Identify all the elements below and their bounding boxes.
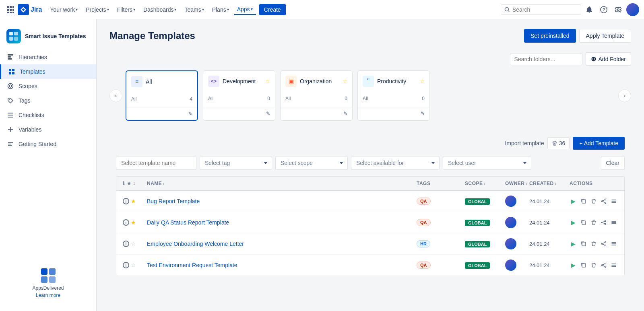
nav-filters[interactable]: Filters ▾ (114, 5, 138, 14)
svg-point-55 (602, 243, 603, 245)
folder-edit-button[interactable]: ✎ (343, 111, 347, 116)
folder-search-input[interactable] (510, 53, 582, 65)
clear-filters-button[interactable]: Clear (601, 156, 625, 170)
nav-projects[interactable]: Projects ▾ (83, 5, 112, 14)
search-box[interactable] (501, 4, 581, 15)
copy-button[interactable] (580, 239, 587, 249)
folder-prev-button[interactable]: ‹ (109, 89, 122, 102)
play-button[interactable]: ▶ (570, 196, 577, 206)
add-folder-button[interactable]: ⊕ Add Folder (586, 52, 631, 66)
footer-brand-text: AppsDelivered (32, 285, 64, 291)
folder-card-organization[interactable]: ▣ Organization ☆ All 0 ✎ (280, 70, 353, 121)
grid-icon[interactable] (5, 4, 16, 15)
delete-button[interactable] (590, 196, 597, 206)
col-header-name[interactable]: Name ↕ (147, 181, 417, 186)
nav-dashboards[interactable]: Dashboards ▾ (140, 5, 180, 14)
info-icon[interactable]: i (123, 241, 129, 247)
copy-button[interactable] (580, 196, 587, 206)
tag-cell: QA (417, 262, 465, 269)
template-name-link[interactable]: Employee Onboarding Welcome Letter (147, 241, 417, 247)
menu-button[interactable] (610, 239, 618, 249)
filter-available-select[interactable]: Select available for (351, 156, 440, 170)
search-input[interactable] (512, 6, 569, 13)
svg-rect-9 (18, 4, 29, 15)
share-button[interactable] (600, 218, 608, 227)
play-button[interactable]: ▶ (570, 239, 577, 249)
col-header-owner[interactable]: Owner ↕ (505, 181, 529, 186)
folder-card-productivity[interactable]: " Productivity ☆ All 0 ✎ (357, 70, 430, 121)
copy-button[interactable] (580, 218, 587, 227)
owner-cell (505, 238, 529, 249)
sidebar-item-variables[interactable]: Variables (0, 122, 96, 137)
folder-star-icon[interactable]: ☆ (266, 78, 270, 84)
folder-name: All (146, 78, 192, 85)
star-icon[interactable]: ★ (131, 198, 136, 204)
info-icon[interactable]: i (123, 219, 129, 226)
col-header-created[interactable]: Created ↕ (529, 181, 570, 186)
copy-button[interactable] (580, 260, 587, 270)
star-icon[interactable]: ★ (131, 219, 136, 226)
set-preinstalled-button[interactable]: Set preinstalled (524, 29, 576, 43)
menu-button[interactable] (610, 196, 618, 206)
copy-icon (581, 262, 586, 268)
filter-template-name[interactable] (116, 156, 196, 170)
svg-rect-14 (14, 32, 18, 35)
brand-icon (6, 29, 21, 43)
folder-star-icon[interactable]: ☆ (420, 78, 425, 84)
sidebar-item-scopes[interactable]: Scopes (0, 79, 96, 93)
star-icon[interactable]: ☆ (131, 262, 136, 268)
notifications-button[interactable] (583, 3, 596, 16)
folder-star-icon[interactable]: ☆ (343, 78, 347, 84)
add-template-button[interactable]: + Add Template (573, 137, 625, 150)
folder-card-development[interactable]: <> Development ☆ All 0 ✎ (203, 70, 275, 121)
info-icon[interactable]: i (123, 262, 129, 268)
settings-button[interactable] (612, 3, 625, 16)
info-col-icon: ℹ (123, 181, 125, 186)
nav-plans[interactable]: Plans ▾ (209, 5, 232, 14)
template-name-link[interactable]: Test Environment Request Template (147, 262, 417, 268)
import-template-link[interactable]: Import template (505, 140, 544, 146)
delete-button[interactable] (590, 239, 597, 249)
delete-button[interactable] (590, 218, 597, 227)
apply-template-button[interactable]: Apply Template (579, 29, 631, 43)
template-name-link[interactable]: Bug Report Template (147, 198, 417, 204)
header-actions: Set preinstalled Apply Template (524, 29, 631, 43)
star-icon[interactable]: ☆ (131, 241, 136, 247)
checklists-icon (6, 111, 14, 119)
filter-tag-select[interactable]: Select tag (200, 156, 272, 170)
play-button[interactable]: ▶ (570, 218, 577, 227)
sidebar-item-templates[interactable]: Templates (0, 64, 96, 79)
play-button[interactable]: ▶ (570, 260, 577, 270)
nav-apps[interactable]: Apps ▾ (234, 4, 256, 15)
share-button[interactable] (600, 260, 608, 270)
delete-button[interactable] (590, 260, 597, 270)
folder-card-all[interactable]: ≡ All All 4 ✎ (126, 70, 198, 121)
user-avatar[interactable] (626, 3, 639, 16)
jira-logo[interactable]: Jira (18, 4, 42, 15)
menu-button[interactable] (610, 260, 618, 270)
help-button[interactable]: ? (597, 3, 610, 16)
delete-count-button[interactable]: 36 (547, 137, 570, 149)
filter-scope-select[interactable]: Select scope (275, 156, 348, 170)
sidebar-item-tags[interactable]: Tags (0, 93, 96, 108)
row-icons: i ☆ (123, 262, 147, 268)
folder-next-button[interactable]: › (618, 89, 631, 102)
trash-icon (591, 241, 597, 247)
filter-user-select[interactable]: Select user (443, 156, 531, 170)
create-button[interactable]: Create (259, 4, 286, 15)
folder-edit-button[interactable]: ✎ (188, 111, 192, 117)
col-header-scope[interactable]: Scope ↕ (465, 181, 505, 186)
menu-button[interactable] (610, 218, 618, 227)
nav-teams[interactable]: Teams ▾ (181, 5, 207, 14)
folder-edit-button[interactable]: ✎ (421, 111, 425, 116)
sidebar-item-checklists[interactable]: Checklists (0, 108, 96, 122)
sidebar-item-getting-started[interactable]: Getting Started (0, 137, 96, 151)
folder-edit-button[interactable]: ✎ (266, 111, 270, 116)
template-name-link[interactable]: Daily QA Status Report Template (147, 219, 417, 226)
info-icon[interactable]: i (123, 198, 129, 204)
share-button[interactable] (600, 196, 608, 206)
sidebar-item-hierarchies[interactable]: Hierarchies (0, 50, 96, 64)
nav-your-work[interactable]: Your work ▾ (47, 5, 81, 14)
share-button[interactable] (600, 239, 608, 249)
learn-more-link[interactable]: Learn more (36, 292, 60, 298)
